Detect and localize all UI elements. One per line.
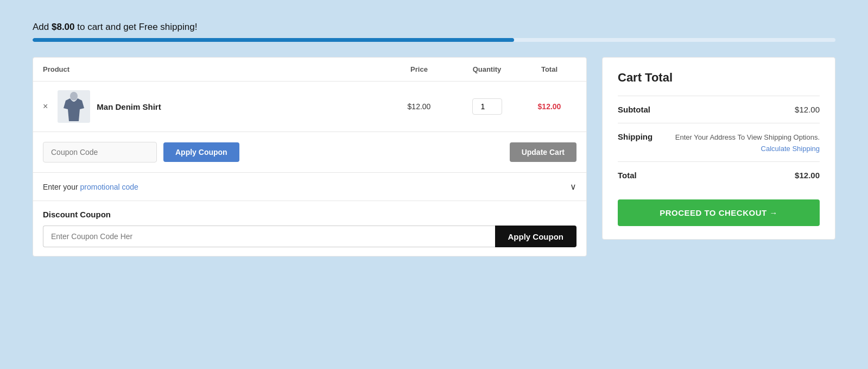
progress-bar-track	[33, 38, 835, 42]
col-total: Total	[522, 65, 576, 73]
subtotal-value: $12.00	[795, 105, 820, 114]
free-shipping-banner: Add $8.00 to cart and get Free shipping!	[33, 22, 835, 42]
discount-coupon-section: Discount Coupon Apply Coupon	[33, 201, 586, 256]
coupon-code-input[interactable]	[43, 142, 157, 162]
product-total: $12.00	[522, 102, 576, 111]
cart-total-panel: Cart Total Subtotal $12.00 Shipping Ente…	[602, 57, 835, 240]
shipping-label: Shipping	[618, 132, 652, 141]
shirt-svg	[64, 92, 84, 121]
shipping-row: Shipping Enter Your Address To View Ship…	[618, 123, 820, 161]
shipping-options: Enter Your Address To View Shipping Opti…	[675, 132, 820, 153]
promo-prefix: Enter your	[43, 183, 80, 191]
promo-link-text: promotional code	[80, 183, 138, 191]
quantity-input[interactable]	[472, 98, 502, 115]
remove-item-button[interactable]: ×	[43, 102, 51, 111]
cart-table-header: Product Price Quantity Total	[33, 58, 586, 82]
free-shipping-amount: $8.00	[52, 22, 75, 32]
cart-total-title: Cart Total	[618, 71, 820, 85]
discount-coupon-row: Apply Coupon	[43, 226, 576, 247]
promo-section: Enter your promotional code ∨	[33, 173, 586, 201]
cart-table-panel: Product Price Quantity Total × Man Denim…	[33, 57, 587, 257]
product-price: $12.00	[387, 102, 452, 111]
subtotal-label: Subtotal	[618, 105, 650, 114]
progress-bar-fill	[33, 38, 514, 42]
discount-coupon-title: Discount Coupon	[43, 210, 576, 219]
product-quantity-cell	[452, 98, 522, 115]
chevron-down-icon: ∨	[570, 182, 576, 192]
table-row: × Man Denim Shirt $12.00 $12.00	[33, 82, 586, 132]
discount-coupon-input[interactable]	[43, 226, 495, 247]
promo-toggle-row[interactable]: Enter your promotional code ∨	[43, 182, 576, 192]
proceed-to-checkout-button[interactable]: PROCEED TO CHECKOUT →	[618, 199, 820, 226]
total-label: Total	[618, 171, 637, 180]
discount-apply-coupon-button[interactable]: Apply Coupon	[495, 226, 576, 247]
product-thumbnail	[58, 90, 90, 123]
free-shipping-text: Add $8.00 to cart and get Free shipping!	[33, 22, 835, 33]
subtotal-row: Subtotal $12.00	[618, 96, 820, 123]
col-product: Product	[43, 65, 387, 73]
product-name: Man Denim Shirt	[97, 102, 161, 111]
product-cell: × Man Denim Shirt	[43, 90, 387, 123]
total-row: Total $12.00	[618, 161, 820, 189]
coupon-row: Apply Coupon Update Cart	[33, 132, 586, 173]
promo-toggle-text: Enter your promotional code	[43, 183, 138, 191]
free-shipping-suffix: to cart and get Free shipping!	[77, 22, 197, 32]
svg-point-0	[70, 92, 78, 101]
apply-coupon-button[interactable]: Apply Coupon	[163, 142, 239, 162]
total-value: $12.00	[795, 171, 820, 180]
update-cart-button[interactable]: Update Cart	[510, 142, 576, 162]
shipping-options-text: Enter Your Address To View Shipping Opti…	[675, 133, 820, 141]
main-layout: Product Price Quantity Total × Man Denim…	[33, 57, 835, 257]
col-price: Price	[387, 65, 452, 73]
col-quantity: Quantity	[452, 65, 522, 73]
calculate-shipping-link[interactable]: Calculate Shipping	[675, 145, 820, 153]
